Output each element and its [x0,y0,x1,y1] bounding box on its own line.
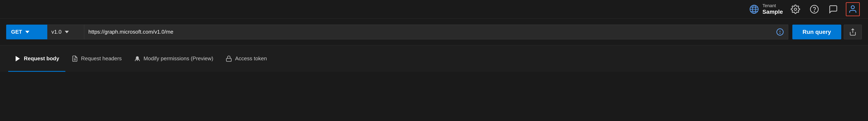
tenant-info: Tenant Sample [749,3,783,15]
tenant-name: Sample [762,8,783,15]
svg-rect-22 [226,58,231,61]
svg-point-5 [794,8,797,10]
share-button[interactable] [844,25,862,39]
tenant-label: Tenant [762,3,783,8]
query-bar: GET v1.0 Run query [0,18,868,45]
info-icon[interactable] [776,28,784,36]
document-icon [71,55,78,62]
help-icon [810,4,819,14]
tenant-text: Tenant Sample [762,3,783,15]
feedback-button[interactable] [827,3,840,15]
svg-marker-13 [16,56,20,61]
tab-access-token[interactable]: Access token [219,45,273,72]
globe-icon [749,4,759,14]
run-query-button[interactable]: Run query [792,25,841,39]
url-input[interactable] [88,29,773,35]
feedback-icon [829,4,838,14]
method-label: GET [11,29,22,35]
svg-point-8 [851,6,854,9]
top-bar: Tenant Sample [0,0,868,18]
profile-button[interactable] [846,2,860,16]
method-dropdown[interactable]: GET [6,25,47,39]
permission-icon [134,55,141,62]
tab-request-body-label: Request body [24,55,59,62]
version-label: v1.0 [52,29,61,35]
version-dropdown[interactable]: v1.0 [47,25,84,39]
tab-request-body[interactable]: Request body [8,45,65,72]
share-icon [849,28,857,36]
tab-modify-permissions-label: Modify permissions (Preview) [144,55,213,62]
settings-button[interactable] [789,3,802,15]
tabs-bar: Request body Request headers [0,45,868,72]
svg-point-6 [810,5,818,13]
person-icon [848,4,858,14]
tab-modify-permissions[interactable]: Modify permissions (Preview) [128,45,220,72]
version-chevron-icon [65,31,69,33]
lock-icon [225,55,232,62]
tab-request-headers-label: Request headers [81,55,122,62]
gear-icon [791,4,800,14]
play-icon [14,55,21,62]
tab-request-headers[interactable]: Request headers [65,45,128,72]
tab-access-token-label: Access token [235,55,267,62]
help-button[interactable] [808,3,821,15]
url-bar [84,25,788,39]
method-chevron-icon [25,31,29,33]
